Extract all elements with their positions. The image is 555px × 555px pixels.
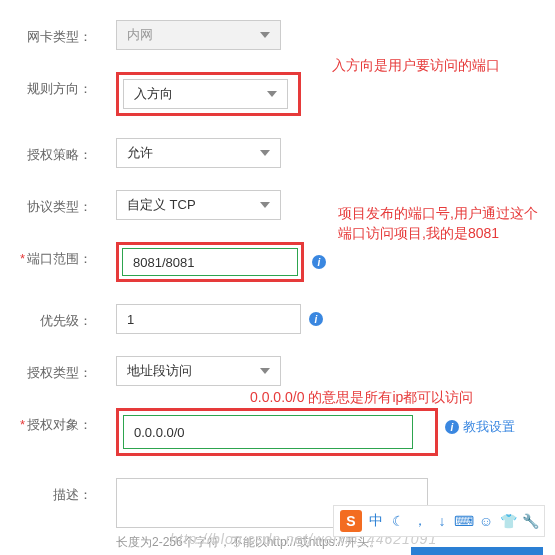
select-policy-value: 允许 bbox=[127, 144, 153, 162]
label-desc: 描述： bbox=[10, 478, 92, 504]
highlight-direction: 入方向 bbox=[116, 72, 301, 116]
label-policy: 授权策略： bbox=[10, 138, 92, 164]
face-icon[interactable]: ☺ bbox=[478, 513, 494, 529]
ime-toolbar: S 中 ☾ ， ↓ ⌨ ☺ 👕 🔧 bbox=[333, 505, 545, 537]
select-direction[interactable]: 入方向 bbox=[123, 79, 288, 109]
info-icon[interactable]: i bbox=[312, 255, 326, 269]
chevron-down-icon bbox=[260, 32, 270, 38]
label-direction: 规则方向： bbox=[10, 72, 92, 98]
tool-icon[interactable]: 🔧 bbox=[522, 513, 538, 529]
input-port-range[interactable]: 8081/8081 bbox=[122, 248, 298, 276]
label-protocol: 协议类型： bbox=[10, 190, 92, 216]
highlight-auth-object: 0.0.0.0/0 bbox=[116, 408, 438, 456]
select-protocol[interactable]: 自定义 TCP bbox=[116, 190, 281, 220]
select-card-type-value: 内网 bbox=[127, 26, 153, 44]
select-direction-value: 入方向 bbox=[134, 85, 173, 103]
info-icon[interactable]: i bbox=[309, 312, 323, 326]
lang-icon[interactable]: 中 bbox=[368, 513, 384, 529]
teach-link[interactable]: i 教我设置 bbox=[445, 418, 515, 436]
annotation-auth: 0.0.0.0/0 的意思是所有ip都可以访问 bbox=[250, 388, 545, 408]
select-auth-type-value: 地址段访问 bbox=[127, 362, 192, 380]
chevron-down-icon bbox=[260, 150, 270, 156]
label-port-range: *端口范围： bbox=[10, 242, 92, 268]
chevron-down-icon bbox=[260, 202, 270, 208]
select-policy[interactable]: 允许 bbox=[116, 138, 281, 168]
mic-icon[interactable]: ↓ bbox=[434, 513, 450, 529]
shirt-icon[interactable]: 👕 bbox=[500, 513, 516, 529]
chevron-down-icon bbox=[260, 368, 270, 374]
annotation-port: 项目发布的端口号,用户通过这个端口访问项目,我的是8081 bbox=[338, 204, 543, 243]
sogou-logo-icon: S bbox=[340, 510, 362, 532]
select-auth-type[interactable]: 地址段访问 bbox=[116, 356, 281, 386]
select-card-type[interactable]: 内网 bbox=[116, 20, 281, 50]
chevron-down-icon bbox=[267, 91, 277, 97]
submit-button[interactable] bbox=[411, 547, 543, 555]
comma-icon[interactable]: ， bbox=[412, 513, 428, 529]
label-auth-object: *授权对象： bbox=[10, 408, 92, 434]
input-priority[interactable] bbox=[116, 304, 301, 334]
keyboard-icon[interactable]: ⌨ bbox=[456, 513, 472, 529]
highlight-port-range: 8081/8081 bbox=[116, 242, 304, 282]
label-card-type: 网卡类型： bbox=[10, 20, 92, 46]
moon-icon[interactable]: ☾ bbox=[390, 513, 406, 529]
label-auth-type: 授权类型： bbox=[10, 356, 92, 382]
info-icon: i bbox=[445, 420, 459, 434]
label-priority: 优先级： bbox=[10, 304, 92, 330]
annotation-direction: 入方向是用户要访问的端口 bbox=[332, 56, 542, 76]
select-protocol-value: 自定义 TCP bbox=[127, 196, 196, 214]
input-auth-object[interactable]: 0.0.0.0/0 bbox=[123, 415, 413, 449]
